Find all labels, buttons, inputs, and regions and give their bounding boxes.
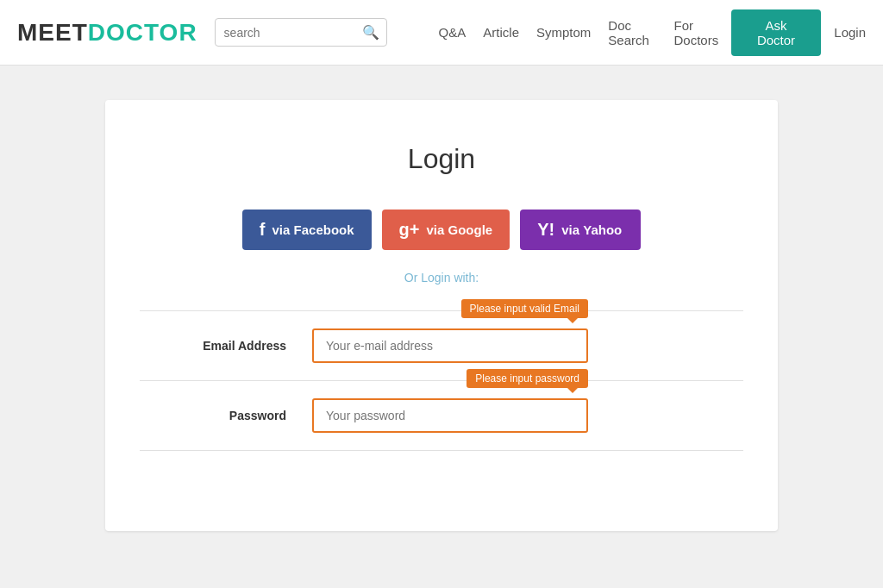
nav: Q&A Article Symptom Doc Search For Docto… <box>439 18 723 47</box>
search-input[interactable] <box>224 26 362 40</box>
login-form: Email Address Please input valid Email P… <box>140 310 743 451</box>
google-login-button[interactable]: g+ via Google <box>382 210 510 250</box>
password-error-tooltip: Please input password <box>467 369 588 388</box>
social-buttons: f via Facebook g+ via Google Y! via Yaho… <box>140 210 743 250</box>
or-login-text: Or Login with: <box>140 271 743 285</box>
email-error-tooltip: Please input valid Email <box>461 299 588 318</box>
nav-item-symptom[interactable]: Symptom <box>536 25 591 40</box>
search-icon: 🔍 <box>362 24 379 41</box>
google-via: via Google <box>426 222 492 237</box>
nav-item-article[interactable]: Article <box>483 25 519 40</box>
header: MEETDOCTOR 🔍 Q&A Article Symptom Doc Sea… <box>0 0 883 66</box>
email-row: Email Address Please input valid Email <box>140 311 743 381</box>
password-row: Password Please input password <box>140 381 743 451</box>
yahoo-icon: Y! <box>537 220 554 240</box>
login-card: Login f via Facebook g+ via Google Y! vi… <box>105 100 778 531</box>
facebook-login-button[interactable]: f via Facebook <box>242 210 372 250</box>
yahoo-via: via Yahoo <box>561 222 622 237</box>
email-input-wrapper: Please input valid Email <box>312 328 588 363</box>
logo-doctor: DOCTOR <box>88 19 197 46</box>
nav-item-doc-search[interactable]: Doc Search <box>608 18 656 47</box>
ask-doctor-button[interactable]: Ask Doctor <box>731 9 822 56</box>
nav-item-qa[interactable]: Q&A <box>439 25 467 40</box>
search-box[interactable]: 🔍 <box>215 18 387 47</box>
main-content: Login f via Facebook g+ via Google Y! vi… <box>0 66 883 566</box>
login-title: Login <box>140 143 743 175</box>
password-input-wrapper: Please input password <box>312 398 588 433</box>
google-icon: g+ <box>399 220 420 240</box>
password-label: Password <box>140 409 312 422</box>
logo-meet: MEET <box>17 19 88 46</box>
facebook-via: via Facebook <box>272 222 354 237</box>
yahoo-login-button[interactable]: Y! via Yahoo <box>520 210 641 250</box>
login-link[interactable]: Login <box>834 25 866 40</box>
email-input[interactable] <box>312 328 588 363</box>
password-input[interactable] <box>312 398 588 433</box>
email-label: Email Address <box>140 339 312 353</box>
logo: MEETDOCTOR <box>17 19 197 47</box>
nav-item-for-doctors[interactable]: For Doctors <box>674 18 723 47</box>
facebook-icon: f <box>260 220 266 240</box>
